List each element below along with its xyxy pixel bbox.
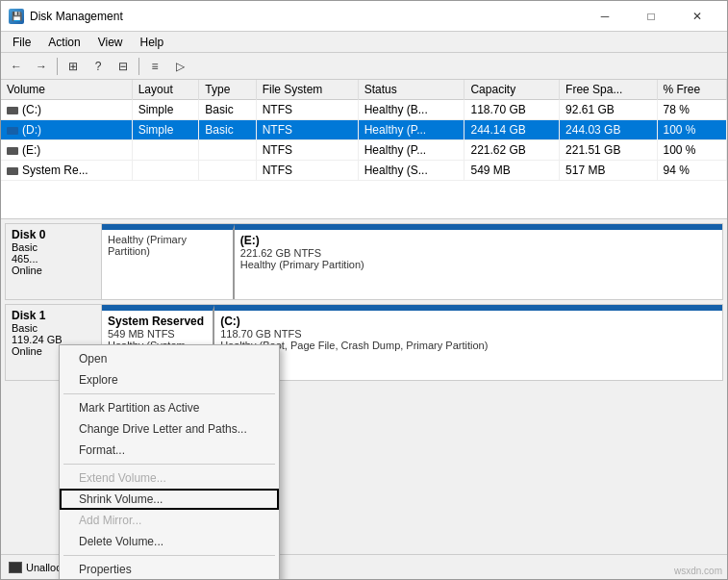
context-menu: OpenExploreMark Partition as ActiveChang… bbox=[59, 344, 280, 579]
table-row[interactable]: (D:)SimpleBasicNTFSHealthy (P...244.14 G… bbox=[1, 120, 727, 140]
back-button[interactable]: ← bbox=[5, 56, 28, 77]
table-cell: Basic bbox=[199, 120, 256, 140]
col-capacity[interactable]: Capacity bbox=[464, 80, 560, 100]
context-menu-item[interactable]: Properties bbox=[60, 559, 279, 579]
menu-action[interactable]: Action bbox=[40, 34, 88, 51]
close-button[interactable]: ✕ bbox=[675, 7, 719, 26]
toolbar-sep-1 bbox=[57, 58, 58, 75]
disk0-part2-size: 221.62 GB NTFS bbox=[240, 247, 716, 259]
disk0-partitions: Healthy (Primary Partition) (E:) 221.62 … bbox=[101, 223, 723, 300]
main-window: 💾 Disk Management ─ □ ✕ File Action View… bbox=[0, 0, 728, 580]
disk1-type: Basic bbox=[12, 322, 95, 334]
table-cell: Healthy (B... bbox=[358, 100, 464, 120]
table-cell: (D:) bbox=[1, 120, 132, 140]
table-row[interactable]: (C:)SimpleBasicNTFSHealthy (B...118.70 G… bbox=[1, 100, 727, 120]
disk0-part2-name: (E:) bbox=[240, 234, 716, 247]
menu-file[interactable]: File bbox=[5, 34, 38, 51]
col-free[interactable]: Free Spa... bbox=[560, 80, 657, 100]
table-row[interactable]: System Re...NTFSHealthy (S...549 MB517 M… bbox=[1, 161, 727, 181]
context-menu-item[interactable]: Format... bbox=[60, 440, 279, 461]
toolbar-sep-2 bbox=[138, 58, 139, 75]
disk0-label: Disk 0 Basic 465... Online bbox=[5, 223, 101, 300]
disk-row-0: Disk 0 Basic 465... Online Healthy (Prim… bbox=[5, 223, 723, 300]
minus-button[interactable]: ⊟ bbox=[112, 56, 135, 77]
table-cell: 221.51 GB bbox=[560, 140, 657, 161]
disk0-part1-status: Healthy (Primary Partition) bbox=[108, 234, 227, 257]
table-cell: (E:) bbox=[1, 140, 132, 161]
legend-unalloc-box bbox=[9, 562, 22, 573]
menu-view[interactable]: View bbox=[90, 34, 131, 51]
forward-button[interactable]: → bbox=[30, 56, 53, 77]
disk1-part2-size: 118.70 GB NTFS bbox=[220, 328, 716, 340]
table-cell: 221.62 GB bbox=[464, 140, 560, 161]
table-cell: Simple bbox=[132, 120, 199, 140]
table-cell: 100 % bbox=[657, 120, 727, 140]
table-cell: 78 % bbox=[657, 100, 727, 120]
col-volume[interactable]: Volume bbox=[1, 80, 132, 100]
col-filesystem[interactable]: File System bbox=[256, 80, 358, 100]
disk0-part2[interactable]: (E:) 221.62 GB NTFS Healthy (Primary Par… bbox=[235, 224, 722, 299]
play-button[interactable]: ▷ bbox=[168, 56, 191, 77]
title-bar-left: 💾 Disk Management bbox=[9, 9, 123, 24]
list-button[interactable]: ≡ bbox=[143, 56, 166, 77]
volume-icon bbox=[7, 147, 18, 155]
table-cell: Simple bbox=[132, 100, 199, 120]
table-cell bbox=[132, 140, 199, 161]
table-body: (C:)SimpleBasicNTFSHealthy (B...118.70 G… bbox=[1, 100, 727, 181]
menu-help[interactable]: Help bbox=[133, 34, 172, 51]
context-menu-item[interactable]: Open bbox=[60, 348, 279, 369]
disk0-type: Basic bbox=[12, 241, 95, 253]
table-cell: 244.14 GB bbox=[464, 120, 560, 140]
disk0-part1[interactable]: Healthy (Primary Partition) bbox=[102, 224, 235, 299]
app-icon: 💾 bbox=[9, 9, 24, 24]
volume-icon bbox=[7, 167, 18, 175]
table-cell: 244.03 GB bbox=[560, 120, 657, 140]
col-status[interactable]: Status bbox=[358, 80, 464, 100]
context-menu-item[interactable]: Explore bbox=[60, 369, 279, 391]
menu-bar: File Action View Help bbox=[1, 32, 727, 53]
table-row[interactable]: (E:)NTFSHealthy (P...221.62 GB221.51 GB1… bbox=[1, 140, 727, 161]
context-menu-separator bbox=[63, 393, 275, 394]
col-layout[interactable]: Layout bbox=[132, 80, 199, 100]
col-pct[interactable]: % Free bbox=[657, 80, 727, 100]
maximize-button[interactable]: □ bbox=[629, 7, 673, 26]
table-cell: 517 MB bbox=[560, 161, 657, 181]
table-cell: Basic bbox=[199, 100, 256, 120]
volume-table-container: Volume Layout Type File System Status Ca… bbox=[1, 80, 727, 219]
context-menu-item[interactable]: Delete Volume... bbox=[60, 531, 279, 552]
grid-button[interactable]: ⊞ bbox=[62, 56, 85, 77]
disk0-name: Disk 0 bbox=[12, 228, 95, 241]
table-cell: NTFS bbox=[256, 161, 358, 181]
title-bar: 💾 Disk Management ─ □ ✕ bbox=[1, 1, 727, 32]
disk1-part2-status: Healthy (Boot, Page File, Crash Dump, Pr… bbox=[220, 340, 716, 351]
table-cell: Healthy (P... bbox=[358, 120, 464, 140]
window-title: Disk Management bbox=[30, 10, 123, 23]
col-type[interactable]: Type bbox=[199, 80, 256, 100]
disk1-part2-name: (C:) bbox=[220, 315, 716, 328]
context-menu-item: Add Mirror... bbox=[60, 510, 279, 531]
title-buttons: ─ □ ✕ bbox=[583, 7, 719, 26]
context-menu-item[interactable]: Change Drive Letter and Paths... bbox=[60, 418, 279, 440]
table-cell: NTFS bbox=[256, 100, 358, 120]
table-cell bbox=[199, 140, 256, 161]
table-cell: Healthy (S... bbox=[358, 161, 464, 181]
table-cell: Healthy (P... bbox=[358, 140, 464, 161]
table-cell bbox=[132, 161, 199, 181]
disk1-part2[interactable]: (C:) 118.70 GB NTFS Healthy (Boot, Page … bbox=[214, 305, 722, 380]
disk0-status: Online bbox=[12, 265, 95, 276]
context-menu-item[interactable]: Mark Partition as Active bbox=[60, 397, 279, 418]
volume-icon bbox=[7, 107, 18, 114]
minimize-button[interactable]: ─ bbox=[583, 7, 627, 26]
table-cell: 100 % bbox=[657, 140, 727, 161]
disk1-part1-name: System Reserved bbox=[108, 315, 207, 328]
context-menu-separator bbox=[63, 464, 275, 465]
table-cell: NTFS bbox=[256, 120, 358, 140]
context-menu-item[interactable]: Shrink Volume... bbox=[60, 489, 279, 510]
table-cell: 94 % bbox=[657, 161, 727, 181]
volume-icon bbox=[7, 127, 18, 135]
context-menu-separator bbox=[63, 555, 275, 556]
table-cell: 118.70 GB bbox=[464, 100, 560, 120]
table-cell: 549 MB bbox=[464, 161, 560, 181]
help-button[interactable]: ? bbox=[87, 56, 110, 77]
disk1-part1-size: 549 MB NTFS bbox=[108, 328, 207, 340]
